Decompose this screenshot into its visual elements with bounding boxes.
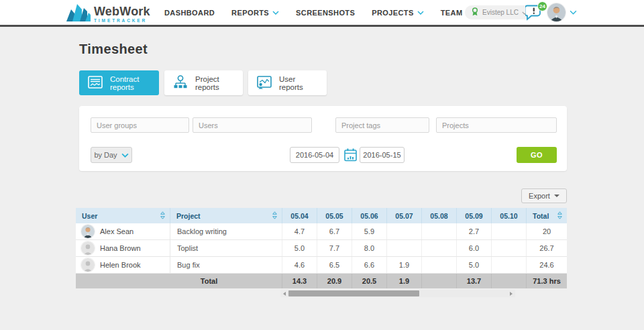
column-label: 05.06 [360, 212, 378, 220]
row-avatar [81, 225, 95, 238]
column-label: 05.10 [500, 212, 517, 220]
award-ribbon-icon [471, 7, 479, 17]
notifications-button[interactable]: 24 [525, 3, 545, 23]
project-name: Bug fix [170, 257, 282, 273]
total-cell: 20.9 [317, 274, 352, 288]
nav-item-label: SCREENSHOTS [296, 9, 355, 17]
users-input[interactable] [193, 117, 312, 133]
main-nav: DASHBOARD REPORTS SCREENSHOTS PROJECTS T… [164, 0, 473, 25]
export-button[interactable]: Export [521, 188, 567, 203]
total-cell [421, 274, 456, 288]
timesheet-table: User Project 05.04 05.05 05.06 05.07 05.… [76, 208, 567, 288]
company-name: Evistep LLC [482, 9, 519, 16]
tab-project-reports[interactable]: Project reports [164, 70, 243, 95]
hours-cell: 8.0 [352, 240, 386, 256]
table-header-row: User Project 05.04 05.05 05.06 05.07 05.… [76, 208, 567, 223]
tab-contract-reports[interactable]: Contract reports [79, 70, 159, 95]
nav-item-projects[interactable]: PROJECTS [372, 9, 424, 17]
column-header-date: 05.04 [282, 208, 317, 223]
row-total-cell: 20 [526, 223, 567, 239]
column-label: 05.09 [465, 212, 482, 220]
nav-item-screenshots[interactable]: SCREENSHOTS [296, 9, 355, 17]
row-total-cell: 26.7 [526, 240, 567, 256]
chart-person-icon [257, 76, 272, 91]
hours-cell: 6.6 [352, 257, 386, 273]
project-name: Backlog writing [170, 223, 282, 239]
date-from-input[interactable] [290, 147, 339, 163]
row-total-cell: 24.6 [526, 257, 567, 273]
column-label: 05.07 [395, 212, 413, 220]
hours-cell [421, 257, 456, 273]
sort-icon [557, 211, 562, 221]
column-label: User [82, 212, 97, 220]
nav-item-label: PROJECTS [372, 9, 414, 17]
hours-cell [421, 240, 456, 256]
table-row: Helen Brook Bug fix 4.6 6.5 6.6 1.9 5.0 … [76, 257, 567, 274]
hours-cell: 4.7 [282, 223, 317, 239]
hours-cell: 7.7 [317, 240, 352, 256]
nav-item-label: DASHBOARD [164, 9, 215, 17]
column-header-user[interactable]: User [76, 208, 170, 223]
table-horizontal-scrollbar[interactable] [280, 290, 515, 297]
scroll-left-arrow-icon[interactable] [283, 292, 286, 296]
tab-user-reports[interactable]: User reports [248, 70, 327, 95]
column-header-project[interactable]: Project [170, 208, 282, 223]
table-row: Hana Brown Toplist 5.0 7.7 8.0 6.0 26.7 [76, 240, 567, 257]
total-cell [491, 274, 526, 288]
go-button[interactable]: GO [517, 147, 557, 163]
total-cell: 20.5 [352, 274, 386, 288]
table-total-row: Total 14.3 20.9 20.5 1.9 13.7 71.3 hrs [76, 274, 567, 288]
period-label: by Day [94, 151, 117, 159]
row-avatar [81, 241, 95, 255]
chevron-down-icon [570, 10, 577, 15]
top-nav: WebWork TIMETRACKER DASHBOARD REPORTS SC… [0, 0, 644, 25]
hours-cell: 5.0 [282, 240, 317, 256]
date-to-input[interactable] [360, 147, 405, 163]
column-header-total[interactable]: Total [526, 208, 567, 223]
nav-item-label: REPORTS [231, 9, 269, 17]
user-name: Hana Brown [100, 244, 141, 252]
chevron-down-icon [272, 11, 279, 15]
caret-down-icon [554, 195, 559, 197]
project-tags-input[interactable] [335, 117, 429, 133]
company-selector[interactable]: Evistep LLC [465, 5, 533, 19]
hours-cell: 5.9 [352, 223, 386, 239]
webwork-logo[interactable]: WebWork TIMETRACKER [66, 3, 150, 24]
sort-icon [272, 211, 277, 221]
tab-label: Project reports [195, 75, 234, 91]
total-cell: 1.9 [386, 274, 421, 288]
logo-icon [66, 3, 91, 24]
chat-bubble-icon [525, 12, 543, 23]
sort-icon [160, 211, 165, 221]
hours-cell [421, 223, 456, 239]
export-label: Export [529, 192, 550, 200]
scrollbar-thumb[interactable] [288, 290, 419, 296]
contract-report-icon [88, 76, 103, 90]
column-label: Project [176, 212, 201, 220]
user-groups-input[interactable] [91, 117, 189, 133]
chevron-down-icon [417, 11, 424, 15]
column-header-date: 05.10 [491, 208, 526, 223]
chevron-down-icon [121, 151, 129, 159]
projects-input[interactable] [436, 117, 557, 133]
row-avatar [81, 258, 95, 272]
brand-name: WebWork [94, 5, 150, 17]
hours-cell [386, 223, 421, 239]
hours-cell: 4.6 [282, 257, 317, 273]
tab-label: User reports [279, 75, 318, 91]
scroll-right-arrow-icon[interactable] [510, 292, 513, 296]
column-header-date: 05.09 [456, 208, 491, 223]
calendar-icon[interactable] [344, 148, 357, 162]
hours-cell [386, 240, 421, 256]
user-menu[interactable] [547, 3, 577, 21]
nav-item-reports[interactable]: REPORTS [231, 9, 279, 17]
nav-divider [0, 25, 644, 27]
hours-cell [491, 223, 526, 239]
period-select[interactable]: by Day [91, 147, 132, 163]
column-header-date: 05.07 [386, 208, 421, 223]
nav-item-label: TEAM [441, 9, 463, 17]
total-cell: 13.7 [456, 274, 491, 288]
webwork-timesheet-page: WebWork TIMETRACKER DASHBOARD REPORTS SC… [0, 0, 644, 330]
hours-cell [491, 257, 526, 273]
nav-item-dashboard[interactable]: DASHBOARD [164, 9, 215, 17]
